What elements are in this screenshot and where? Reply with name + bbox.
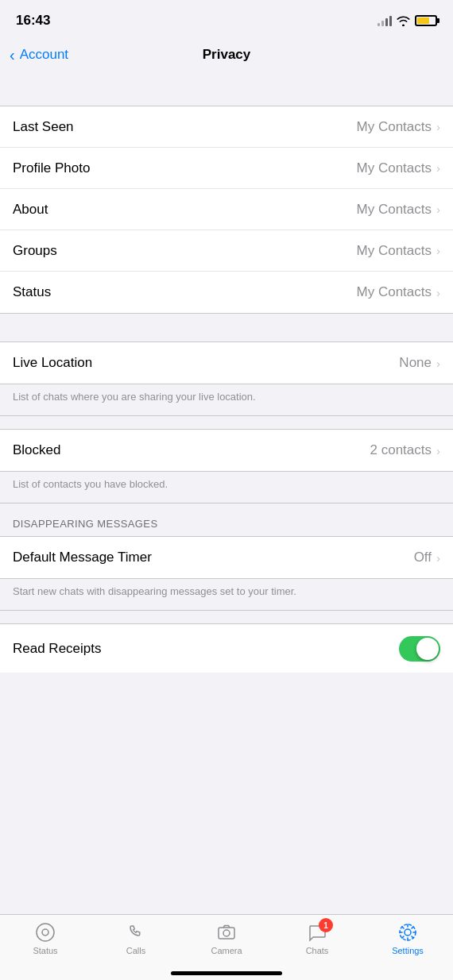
profile-photo-value: My Contacts › bbox=[357, 160, 440, 176]
live-location-group: Live Location None › bbox=[0, 341, 453, 384]
read-receipts-toggle[interactable] bbox=[399, 636, 440, 662]
status-icons bbox=[378, 15, 437, 26]
status-tab-label: Status bbox=[33, 946, 57, 955]
groups-label: Groups bbox=[13, 243, 57, 259]
blocked-description: List of contacts you have blocked. bbox=[0, 472, 453, 504]
page-title: Privacy bbox=[203, 47, 251, 63]
groups-value: My Contacts › bbox=[357, 243, 440, 259]
chevron-icon: › bbox=[436, 444, 440, 457]
tab-calls[interactable]: Calls bbox=[104, 921, 168, 955]
blocked-group: Blocked 2 contacts › bbox=[0, 429, 453, 472]
read-receipts-label: Read Receipts bbox=[13, 641, 102, 657]
navigation-header: ‹ Account Privacy bbox=[0, 35, 453, 78]
home-indicator bbox=[171, 971, 282, 975]
chats-badge: 1 bbox=[319, 918, 333, 932]
toggle-knob bbox=[416, 638, 439, 660]
svg-point-1 bbox=[42, 929, 48, 936]
privacy-group-1: Last Seen My Contacts › Profile Photo My… bbox=[0, 106, 453, 314]
blocked-value: 2 contacts › bbox=[370, 442, 441, 458]
last-seen-label: Last Seen bbox=[13, 119, 74, 135]
section-gap-4 bbox=[0, 611, 453, 623]
tab-bar: Status Calls Camera 1 Chats bbox=[0, 914, 453, 980]
calls-tab-icon bbox=[125, 921, 147, 943]
section-gap-3 bbox=[0, 416, 453, 429]
profile-photo-row[interactable]: Profile Photo My Contacts › bbox=[0, 148, 453, 189]
svg-point-4 bbox=[405, 929, 411, 936]
live-location-row[interactable]: Live Location None › bbox=[0, 342, 453, 384]
back-chevron-icon: ‹ bbox=[10, 46, 15, 64]
battery-icon bbox=[415, 15, 437, 26]
live-location-label: Live Location bbox=[13, 355, 92, 371]
last-seen-row[interactable]: Last Seen My Contacts › bbox=[0, 106, 453, 148]
svg-rect-2 bbox=[219, 928, 234, 939]
chevron-icon: › bbox=[436, 286, 440, 299]
tab-chats[interactable]: 1 Chats bbox=[285, 921, 349, 955]
profile-photo-label: Profile Photo bbox=[13, 160, 90, 176]
disappearing-messages-header: DISAPPEARING MESSAGES bbox=[0, 504, 453, 536]
blocked-row[interactable]: Blocked 2 contacts › bbox=[0, 430, 453, 471]
chevron-icon: › bbox=[436, 551, 440, 565]
default-timer-group: Default Message Timer Off › bbox=[0, 536, 453, 579]
disappearing-description: Start new chats with disappearing messag… bbox=[0, 579, 453, 611]
settings-tab-label: Settings bbox=[392, 946, 424, 955]
chevron-icon: › bbox=[436, 203, 440, 216]
section-gap-2 bbox=[0, 314, 453, 341]
read-receipts-row[interactable]: Read Receipts bbox=[0, 623, 453, 673]
last-seen-value: My Contacts › bbox=[357, 119, 440, 135]
live-location-description: List of chats where you are sharing your… bbox=[0, 384, 453, 416]
camera-tab-label: Camera bbox=[211, 946, 242, 955]
settings-tab-icon bbox=[397, 921, 419, 943]
svg-point-0 bbox=[37, 924, 54, 941]
blocked-label: Blocked bbox=[13, 442, 60, 458]
wifi-icon bbox=[397, 16, 410, 26]
chevron-icon: › bbox=[436, 357, 440, 370]
signal-icon bbox=[378, 15, 392, 26]
svg-point-3 bbox=[223, 930, 230, 936]
about-value: My Contacts › bbox=[357, 202, 440, 218]
status-row[interactable]: Status My Contacts › bbox=[0, 272, 453, 313]
status-tab-icon bbox=[34, 921, 56, 943]
status-label: Status bbox=[13, 284, 51, 300]
calls-tab-label: Calls bbox=[126, 946, 145, 955]
tab-camera[interactable]: Camera bbox=[195, 921, 258, 955]
chevron-icon: › bbox=[436, 161, 440, 175]
about-row[interactable]: About My Contacts › bbox=[0, 189, 453, 230]
chats-tab-label: Chats bbox=[306, 946, 329, 955]
status-time: 16:43 bbox=[16, 13, 50, 29]
status-bar: 16:43 bbox=[0, 0, 453, 35]
default-timer-label: Default Message Timer bbox=[13, 550, 152, 565]
back-label: Account bbox=[20, 47, 68, 63]
live-location-value: None › bbox=[399, 355, 440, 371]
content-area: Last Seen My Contacts › Profile Photo My… bbox=[0, 78, 453, 739]
tab-settings[interactable]: Settings bbox=[376, 921, 439, 955]
chevron-icon: › bbox=[436, 120, 440, 133]
default-timer-value: Off › bbox=[414, 550, 440, 565]
chevron-icon: › bbox=[436, 244, 440, 257]
section-gap-1 bbox=[0, 78, 453, 106]
camera-tab-icon bbox=[215, 921, 238, 943]
chats-tab-icon: 1 bbox=[306, 921, 328, 943]
default-timer-row[interactable]: Default Message Timer Off › bbox=[0, 537, 453, 578]
about-label: About bbox=[13, 202, 48, 218]
back-button[interactable]: ‹ Account bbox=[10, 46, 68, 64]
groups-row[interactable]: Groups My Contacts › bbox=[0, 230, 453, 272]
status-value: My Contacts › bbox=[357, 284, 440, 300]
tab-status[interactable]: Status bbox=[14, 921, 77, 955]
